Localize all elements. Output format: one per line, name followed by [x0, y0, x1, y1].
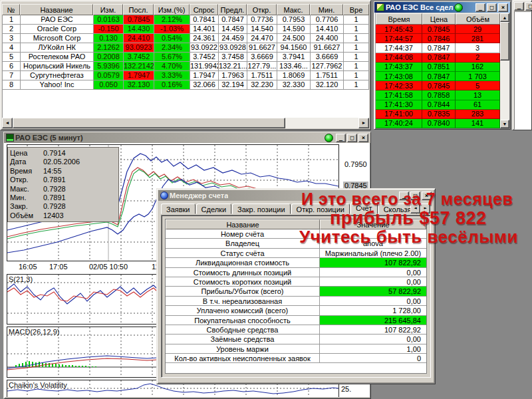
account-row[interactable]: Прибыль/Убыток (всего) 57 822,92: [166, 287, 426, 296]
cell-time: 1: [344, 71, 369, 80]
close-icon[interactable]: ×: [498, 3, 508, 12]
quote-row[interactable]: 3 Microsoft Corp 0.130 24.410 0.54% 24.3…: [3, 34, 369, 43]
quote-row[interactable]: 7 Сургутнефтегаз 0.0579 1.7947 3.33% 1.7…: [3, 71, 369, 80]
cell-low: 0.7706: [311, 15, 344, 25]
trade-row[interactable]: 17:43:37 0.7851 162: [376, 63, 500, 72]
trades-titlebar[interactable]: РАО ЕЭС Все сдел _ □ ×: [374, 2, 510, 13]
overlay-text-line2: прибыль $57 822: [330, 208, 486, 229]
quote-row[interactable]: 6 Норильский Никель 5.9396 132.2142 4.70…: [3, 62, 369, 71]
tab[interactable]: Заявки: [161, 203, 196, 214]
trades-column-header[interactable]: Объём: [456, 13, 500, 25]
scroll-left-icon[interactable]: ◄: [2, 118, 13, 128]
trade-row[interactable]: 17:44:37 0.7847 3: [376, 43, 500, 53]
trades-table-header: Время Цена Объём: [376, 13, 500, 25]
scrollbar-track[interactable]: [285, 118, 358, 128]
quotes-column-header[interactable]: Название: [20, 4, 93, 15]
maximize-icon[interactable]: □: [525, 2, 532, 11]
quotes-table-body: 1 РАО ЕЭС 0.0163 0.7845 2.12% 0.7841 0.7…: [2, 15, 369, 118]
close-icon[interactable]: ×: [358, 134, 368, 142]
cell-low: 24.400: [311, 34, 344, 43]
account-row[interactable]: Уровень маржи 1,00: [166, 344, 426, 354]
maximize-icon[interactable]: □: [347, 134, 357, 142]
minimize-icon[interactable]: _: [336, 134, 346, 142]
stochastic-label: S(21,3): [9, 275, 33, 283]
trade-row[interactable]: 17:42:33 0.7845 5: [376, 81, 500, 90]
quotes-column-header[interactable]: №: [2, 4, 20, 15]
quote-row[interactable]: 8 Yahoo! Inc 0.050 32.130 0.16% 32.066 3…: [3, 80, 369, 90]
cell-change: 2.1262: [94, 43, 124, 53]
quotes-column-header[interactable]: Мин.: [310, 4, 343, 15]
trade-row[interactable]: 17:44:57 0.7846 281: [376, 34, 500, 43]
trade-row[interactable]: 17:41:30 0.7844 61: [376, 100, 500, 110]
scroll-right-icon[interactable]: ►: [358, 118, 369, 128]
account-row[interactable]: Статус счёта Маржинальный (плечо 2.00): [166, 249, 426, 258]
account-row[interactable]: В т.ч. нереализованная 0,00: [166, 297, 426, 306]
account-row[interactable]: Покупательная способность 215 645,84: [166, 316, 426, 325]
account-row[interactable]: Стоимость коротких позиций 0,00: [166, 277, 426, 287]
quotes-column-header[interactable]: Предл.: [218, 4, 247, 15]
scrollbar-thumb[interactable]: [13, 118, 285, 128]
scroll-down-icon[interactable]: ▼: [500, 120, 509, 128]
trade-row[interactable]: 17:44:08 0.7847 2: [376, 53, 500, 63]
scrollbar-thumb[interactable]: [500, 22, 509, 61]
quote-row[interactable]: 4 ЛУКойл НК 2.1262 93.0923 2.34% 93.0922…: [3, 43, 369, 53]
chart-titlebar[interactable]: РАО ЕЭС (5 минут) _ □ ×: [4, 132, 370, 143]
minimize-icon[interactable]: _: [475, 3, 485, 12]
info-value: 02.05.2006: [43, 158, 80, 166]
quotes-column-header[interactable]: Спрос: [190, 4, 218, 15]
info-value: 0.7914: [43, 149, 66, 158]
cell-number: 2: [3, 25, 21, 34]
maximize-icon[interactable]: □: [487, 3, 497, 12]
trades-column-header[interactable]: Время: [376, 13, 422, 25]
quote-row[interactable]: 5 Ростелеком РАО 0.2008 3.7452 5.67% 3.7…: [3, 53, 369, 62]
account-row[interactable]: Стоимость длинных позиций 0,00: [166, 268, 426, 277]
cell-number: 1: [3, 15, 21, 25]
quotes-column-header[interactable]: Изм.: [93, 4, 123, 15]
scrollbar-track[interactable]: [500, 61, 509, 120]
quote-row[interactable]: 1 РАО ЕЭС 0.0163 0.7845 2.12% 0.7841 0.7…: [3, 15, 369, 25]
quotes-column-header[interactable]: Вре: [343, 4, 369, 15]
quotes-column-header[interactable]: Посл.: [123, 4, 154, 15]
vertical-scrollbar: ▲ ▼: [500, 13, 509, 128]
account-row[interactable]: Заёмные средства 0,00: [166, 334, 426, 344]
info-label: Макс.: [10, 185, 43, 194]
quotes-column-header[interactable]: Откр.: [247, 4, 277, 15]
background-window: _ □: [512, 0, 532, 130]
cell-number: 4: [3, 43, 21, 53]
trade-row[interactable]: 17:40:24 0.7840 141: [376, 119, 500, 128]
cell-volume: 283: [456, 110, 500, 119]
trade-row[interactable]: 17:41:00 0.7835 283: [376, 110, 500, 119]
cell-parameter: Ликвидационная стоимость: [166, 258, 320, 267]
tab[interactable]: Закр. позиции: [232, 203, 291, 214]
cell-change-pct: 4.70%: [154, 62, 190, 71]
cell-high: 1.8069: [277, 71, 311, 80]
quote-row[interactable]: 2 Oracle Corp -0.150 14.430 -1.03% 14.40…: [3, 25, 369, 34]
cell-instrument: Yahoo! Inc: [21, 80, 94, 90]
cell-volume: 141: [456, 119, 500, 128]
trade-row[interactable]: 17:45:43 0.7845 29: [376, 25, 500, 34]
status-led-icon[interactable]: [325, 134, 333, 142]
trade-row[interactable]: 17:41:58 0.7858 13: [376, 90, 500, 100]
account-row[interactable]: Кол-во активных неисполненных заявок 0: [166, 354, 426, 363]
cell-ask: 132.21...: [219, 62, 247, 71]
quotes-column-header[interactable]: Макс.: [277, 4, 310, 15]
info-row: Мин. 0.7891: [10, 194, 116, 202]
account-row[interactable]: Уплачено комиссий (всего) 1 728,00: [166, 306, 426, 315]
trades-column-header[interactable]: Цена: [422, 13, 456, 25]
cell-price: 0.7858: [422, 90, 456, 100]
cell-price: 0.7847: [422, 53, 456, 63]
account-row[interactable]: Ликвидационная стоимость 107 822,92: [166, 258, 426, 267]
minimize-icon[interactable]: _: [514, 2, 524, 11]
scroll-up-icon[interactable]: ▲: [500, 13, 509, 22]
status-led-icon[interactable]: [454, 3, 463, 12]
account-row[interactable]: Свободные средства 107 822,92: [166, 325, 426, 334]
chart-app-icon: [6, 134, 14, 142]
tab[interactable]: Сделки: [196, 203, 232, 214]
trade-row[interactable]: 17:43:08 0.7847 1 703: [376, 72, 500, 81]
quotes-column-header[interactable]: Изм.(%): [154, 4, 190, 15]
info-row: Цена 0.7914: [10, 149, 116, 158]
cell-ask: 1.7963: [219, 71, 247, 80]
cell-last: 0.7845: [124, 15, 154, 25]
column-header-name[interactable]: Название: [166, 219, 320, 229]
cell-low: 3.6669: [311, 53, 344, 62]
